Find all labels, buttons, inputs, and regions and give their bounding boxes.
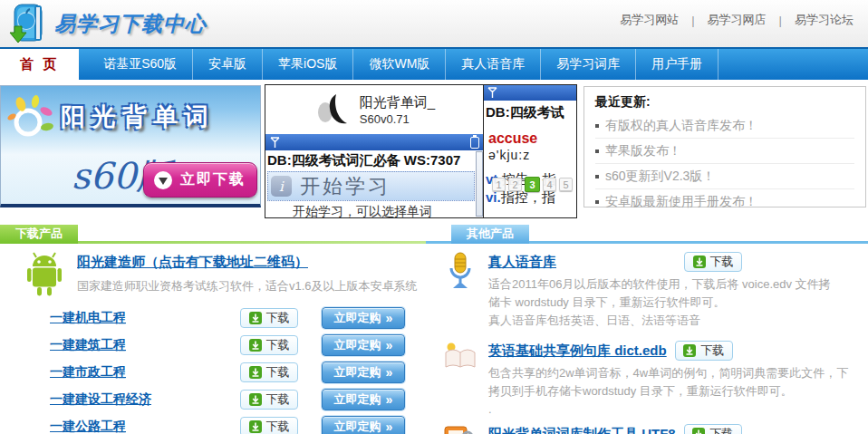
download-row: 一建建筑工程 下载 立即定购 »	[0, 332, 426, 359]
nav-tab-word-library[interactable]: 易学习词库	[541, 49, 636, 80]
update-item[interactable]: 安卓版最新使用手册发布！	[595, 189, 854, 215]
nav-tab-wm[interactable]: 微软WM版	[353, 49, 446, 80]
description-line: .	[488, 400, 848, 419]
bullet-icon	[595, 124, 599, 128]
site-title: 易学习下载中心	[54, 10, 207, 38]
top-link-forum[interactable]: 易学习论坛	[795, 12, 854, 28]
download-button[interactable]: 下载	[684, 424, 742, 434]
other-product: 阳光背单词词库制作工具 UTF8 下载	[442, 424, 868, 434]
chevron-right-icon: »	[386, 392, 393, 407]
pager-dot-5[interactable]: 5	[559, 178, 573, 191]
update-item[interactable]: s60更新到V2.3版！	[595, 164, 854, 189]
top-link-store[interactable]: 易学习网店	[708, 12, 767, 28]
download-section-header: 下载产品	[0, 225, 426, 244]
order-now-button[interactable]: 立即定购 »	[322, 307, 405, 329]
featured-product-link[interactable]: 阳光建造师（点击有下载地址二维码）	[77, 254, 308, 271]
bullet-icon	[595, 175, 599, 178]
chevron-right-icon: »	[386, 338, 393, 352]
pager-dot-3-active[interactable]: 3	[525, 177, 540, 192]
download-button[interactable]: 下载	[240, 390, 298, 410]
download-button[interactable]: 下载	[675, 341, 733, 361]
product-link[interactable]: 一建市政工程	[50, 364, 240, 381]
schoolbag-download-icon	[7, 2, 49, 45]
dictionary-tool-icon	[442, 424, 478, 434]
site-logo[interactable]: 易学习下载中心	[7, 2, 207, 45]
banner-row: 阳光背单词 s60版 立即下载 阳光背单词_ S60v0.71	[0, 84, 868, 220]
download-button-label: 下载	[709, 426, 733, 434]
download-arrow-icon	[693, 256, 706, 268]
update-item-text: 安卓版最新使用手册发布！	[605, 194, 757, 210]
other-product-link[interactable]: 真人语音库	[488, 254, 556, 271]
nav-tab-manual[interactable]: 用户手册	[636, 49, 719, 80]
download-list: 一建机电工程 下载 立即定购 » 一建建筑工程 下载	[0, 304, 426, 434]
scrollbar[interactable]	[476, 151, 483, 217]
phone-status-bar	[265, 134, 484, 150]
download-button[interactable]: 下载	[240, 362, 298, 382]
download-button-label: 下载	[266, 337, 290, 353]
pager-dot-2[interactable]: 2	[508, 178, 522, 191]
nav-tab-ios[interactable]: 苹果iOS版	[263, 49, 353, 80]
update-item[interactable]: 有版权的真人语音库发布！	[595, 113, 854, 139]
chevron-right-icon: »	[386, 365, 393, 380]
order-now-button[interactable]: 立即定购 »	[322, 334, 405, 356]
top-link-website[interactable]: 易学习网站	[620, 12, 679, 28]
order-now-button[interactable]: 立即定购 »	[322, 416, 405, 434]
other-product-title-row: 英语基础共享例句库 dict.edb 下载	[488, 341, 848, 361]
product-link[interactable]: 一建公路工程	[50, 419, 240, 434]
nav-tab-android[interactable]: 安卓版	[193, 49, 263, 80]
microphone-icon	[442, 252, 478, 290]
signal-antenna-icon	[487, 87, 497, 99]
download-button[interactable]: 下载	[684, 252, 742, 272]
nav-tab-home[interactable]: 首 页	[0, 49, 79, 80]
download-button[interactable]: 下载	[240, 308, 298, 328]
other-product-title-row: 阳光背单词词库制作工具 UTF8 下载	[488, 424, 742, 434]
promo-banner[interactable]: 阳光背单词 s60版 立即下载	[0, 85, 261, 207]
menu-item-selected[interactable]: i 开始学习	[267, 171, 475, 201]
other-product-body: 真人语音库 下载 适合2011年06月以后版本的软件使用，下载后将 voice.…	[488, 252, 831, 330]
description-line: 储卡 wordstudy 目录下，重新运行软件即可。	[488, 294, 831, 312]
other-product-title-row: 真人语音库 下载	[488, 252, 742, 272]
order-now-button[interactable]: 立即定购 »	[322, 362, 405, 383]
pager-dot-4[interactable]: 4	[543, 178, 556, 191]
other-product-body: 阳光背单词词库制作工具 UTF8 下载	[488, 424, 742, 434]
product-link[interactable]: 一建建筑工程	[50, 337, 240, 353]
other-products-tab[interactable]: 其他产品	[451, 225, 529, 244]
download-arrow-icon	[154, 171, 172, 189]
android-robot-icon	[24, 252, 65, 297]
download-arrow-icon	[249, 339, 262, 352]
other-product-link[interactable]: 阳光背单词词库制作工具 UTF8	[488, 426, 676, 434]
other-product-body: 英语基础共享例句库 dict.edb 下载 包含共享的约2w单词音标，4w单词的…	[488, 341, 848, 419]
description-line: 拷贝到手机存储卡wordstudy 目录下，重新运行软件即可。	[488, 382, 848, 400]
site-header: 易学习下载中心 易学习网站 | 易学习网店 | 易学习论坛	[0, 0, 868, 47]
download-row: 一建机电工程 下载 立即定购 »	[0, 304, 426, 332]
dictionary-status-line: DB:四级考试词汇必备 WS:7307	[265, 150, 484, 170]
chevron-right-icon: »	[386, 311, 393, 325]
download-products-column: 下载产品 阳光建造师（点击有下载地址二维码） 国家建造师	[0, 225, 426, 434]
pager-dot-1[interactable]: 1	[492, 178, 506, 191]
nav-tab-voice-library[interactable]: 真人语音库	[446, 49, 541, 80]
menu-item-label: 开始学习	[300, 173, 391, 200]
other-product: 真人语音库 下载 适合2011年06月以后版本的软件使用，下载后将 voice.…	[442, 252, 868, 330]
top-links-divider: |	[691, 14, 694, 27]
download-arrow-icon	[683, 344, 696, 357]
download-button-label: 下载	[266, 364, 290, 381]
download-products-tab[interactable]: 下载产品	[0, 225, 78, 244]
update-item-text: 有版权的真人语音库发布！	[605, 118, 757, 134]
nav-tab-nokia-s60[interactable]: 诺基亚S60版	[88, 49, 193, 80]
bullet-icon	[595, 149, 599, 153]
update-item[interactable]: 苹果版发布！	[595, 139, 854, 164]
product-link[interactable]: 一建机电工程	[50, 310, 240, 326]
order-label: 立即定购	[334, 419, 381, 434]
order-label: 立即定购	[334, 337, 381, 353]
download-row: 一建建设工程经济 下载 立即定购 »	[0, 386, 426, 413]
download-button[interactable]: 下载	[240, 417, 298, 434]
banner-download-button[interactable]: 立即下载	[143, 162, 257, 198]
download-button-label: 下载	[710, 254, 734, 270]
content-area: 下载产品 阳光建造师（点击有下载地址二维码） 国家建造师	[0, 225, 868, 434]
product-link[interactable]: 一建建设工程经济	[50, 391, 240, 408]
download-button[interactable]: 下载	[240, 335, 298, 355]
phonetic-transcription: ə'kju:z	[484, 147, 576, 162]
order-now-button[interactable]: 立即定购 »	[322, 389, 405, 410]
dictionary-status-line-2: DB:四级考试	[484, 101, 576, 123]
other-product-link[interactable]: 英语基础共享例句库 dict.edb	[488, 342, 667, 360]
